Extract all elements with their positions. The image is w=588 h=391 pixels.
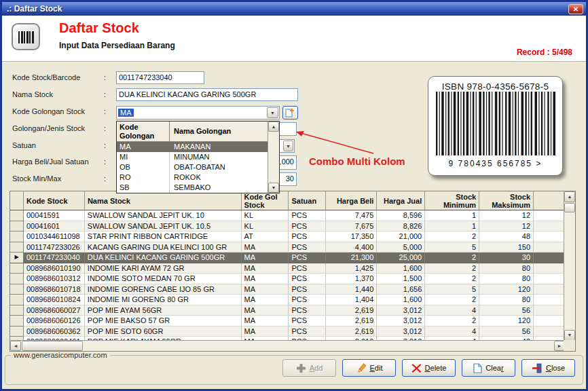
table-row[interactable]: 0089686010190INDOMIE KARI AYAM 72 GRMAPC… xyxy=(10,263,564,274)
table-cell: KL xyxy=(242,210,289,221)
annotation-text: Combo Multi Kolom xyxy=(309,155,405,167)
scroll-up-icon[interactable]: ▲ xyxy=(564,191,575,202)
clear-button[interactable]: Clear xyxy=(462,359,515,377)
table-cell: 2 xyxy=(425,274,479,284)
row-selector-cell[interactable] xyxy=(10,316,24,327)
add-golongan-button[interactable] xyxy=(282,106,298,119)
grid-col-header[interactable]: Kode Gol Stock xyxy=(242,191,289,210)
dropdown-row[interactable]: OBOBAT-OBATAN xyxy=(117,162,268,172)
chevron-down-icon: ▼ xyxy=(270,111,275,115)
close-window-button[interactable]: ✕ xyxy=(568,4,583,14)
grid-col-header[interactable]: Stock Maksimum xyxy=(479,191,534,210)
filler-cell xyxy=(534,284,564,295)
row-selector-cell[interactable] xyxy=(10,284,24,295)
combo-dropdown-button[interactable]: ▼ xyxy=(267,107,278,118)
table-row[interactable]: 00041591SWALLOW SANDAL JEPIT UK. 10KLPCS… xyxy=(10,210,564,221)
row-selector-cell[interactable] xyxy=(10,274,24,284)
close-button[interactable]: Close xyxy=(521,359,575,377)
table-row[interactable]: 0089686060126POP MIE BAKSO 57 GRMAPCS2,6… xyxy=(10,316,564,327)
table-cell: 0010344611098 xyxy=(24,231,85,242)
table-cell: 5 xyxy=(425,284,479,295)
filler-cell xyxy=(534,221,564,232)
dropdown-row[interactable]: MIMINUMAN xyxy=(117,152,268,162)
table-cell: 0011747233040 xyxy=(24,253,85,263)
label-harga: Harga Beli/Jual Satuan xyxy=(12,157,104,166)
titlebar[interactable]: .: Daftar Stock ✕ xyxy=(2,2,586,16)
dropdown-row[interactable]: MAMAKANAN xyxy=(117,142,268,152)
dropdown-scrollbar[interactable]: ▲ ▼ xyxy=(268,122,279,193)
scroll-down-icon[interactable]: ▼ xyxy=(268,183,279,193)
barcode-app-icon xyxy=(12,23,40,50)
table-cell: 3,012 xyxy=(377,327,425,337)
table-row[interactable]: 00041601SWALLOW SANDAL JEPIT UK. 10.5KLP… xyxy=(10,221,564,232)
row-selector-cell[interactable] xyxy=(10,327,24,337)
grid-col-header[interactable]: Stock Minimum xyxy=(425,191,479,210)
dropdown-col-nama: Nama Golongan xyxy=(170,122,268,141)
grid-col-header[interactable]: Nama Stock xyxy=(85,191,242,210)
table-cell: SWALLOW SANDAL JEPIT UK. 10 xyxy=(85,210,242,221)
table-cell: 3,012 xyxy=(377,316,425,327)
table-row[interactable]: ▶0011747233040DUA KELINCI KACANG GARING … xyxy=(10,253,564,263)
table-cell: 0089686060362 xyxy=(24,327,85,337)
table-cell: 1 xyxy=(425,210,479,221)
filler-cell xyxy=(534,263,564,274)
filler-cell xyxy=(534,316,564,327)
hscroll-thumb[interactable] xyxy=(22,341,83,351)
vscroll-thumb[interactable] xyxy=(564,203,575,212)
window-top-edge xyxy=(0,0,588,2)
grid-col-header[interactable]: Harga Beli xyxy=(326,191,377,210)
table-row[interactable]: 0089686060027POP MIE AYAM 56GRMAPCS2,619… xyxy=(10,305,564,316)
chevron-down-icon: ▼ xyxy=(286,144,291,149)
row-selector-cell[interactable] xyxy=(10,263,24,274)
row-selector-cell[interactable] xyxy=(10,295,24,305)
scroll-down-icon[interactable]: ▼ xyxy=(564,330,575,341)
table-cell: 30 xyxy=(479,253,534,263)
satuan-dropdown-button[interactable]: ▼ xyxy=(283,141,293,151)
filler-cell xyxy=(534,231,564,242)
kode-stock-input[interactable]: 0011747233040 xyxy=(116,71,204,84)
scroll-up-icon[interactable]: ▲ xyxy=(268,122,279,132)
table-cell: 00041591 xyxy=(24,210,85,221)
dropdown-cell-kode: SB xyxy=(117,183,170,193)
table-row[interactable]: 0089686060362POP MIE SOTO 60GRMAPCS2,619… xyxy=(10,327,564,337)
table-cell: POP MIE AYAM 56GR xyxy=(85,305,242,316)
table-row[interactable]: 0011747233026KACANG GARING DUA KELINCI 1… xyxy=(10,242,564,253)
grid-col-header[interactable]: Satuan xyxy=(289,191,326,210)
table-cell: PCS xyxy=(289,221,326,232)
kode-golongan-combo[interactable]: MA ▼ xyxy=(116,106,280,119)
table-cell: 0089686010718 xyxy=(24,284,85,295)
row-selector-cell[interactable] xyxy=(10,305,24,316)
table-row[interactable]: 0010344611098STAR PRINT RIBBON CARTRIDGE… xyxy=(10,231,564,242)
row-selector-cell[interactable] xyxy=(10,231,24,242)
table-cell: PCS xyxy=(289,305,326,316)
table-cell: PCS xyxy=(289,231,326,242)
red-x-icon xyxy=(411,363,422,373)
table-row[interactable]: 0089686010824INDOMIE MI GORENG 80 GRMAPC… xyxy=(10,295,564,305)
dropdown-cell-nama: OBAT-OBATAN xyxy=(170,162,268,172)
scroll-left-icon[interactable]: ◄ xyxy=(10,341,21,351)
table-row[interactable]: 0089686010718INDOMIE GORENG CABE IJO 85 … xyxy=(10,284,564,295)
grid-col-header[interactable]: Kode Stock xyxy=(24,191,85,210)
row-selector-cell[interactable] xyxy=(10,210,24,221)
dropdown-cell-nama: MINUMAN xyxy=(170,152,268,162)
table-cell: PCS xyxy=(289,242,326,253)
filler-cell xyxy=(534,242,564,253)
table-cell: 2,619 xyxy=(326,327,377,337)
delete-button[interactable]: Delete xyxy=(402,359,456,377)
button-label: Add xyxy=(310,364,323,372)
table-cell: DUA KELINCI KACANG GARING 500GR xyxy=(85,253,242,263)
table-row[interactable]: 0089686010312INDOMIE SOTO MEDAN 70 GRMAP… xyxy=(10,274,564,284)
row-selector-cell[interactable] xyxy=(10,221,24,232)
nama-stock-input[interactable]: DUA KELINCI KACANG GARING 500GR xyxy=(116,88,298,101)
dropdown-row[interactable]: SBSEMBAKO xyxy=(117,183,268,193)
filler-cell xyxy=(534,327,564,337)
grid-col-header[interactable]: Harga Jual xyxy=(377,191,425,210)
vertical-scrollbar[interactable]: ▲ ▼ xyxy=(564,191,575,341)
table-cell: 17,350 xyxy=(326,231,377,242)
row-selector-cell[interactable]: ▶ xyxy=(10,253,24,263)
table-cell: PCS xyxy=(289,253,326,263)
edit-button[interactable]: Edit xyxy=(342,359,396,377)
dropdown-row[interactable]: ROROKOK xyxy=(117,172,268,183)
row-selector-cell[interactable] xyxy=(10,242,24,253)
horizontal-scrollbar[interactable]: ◄ ► xyxy=(10,340,565,351)
